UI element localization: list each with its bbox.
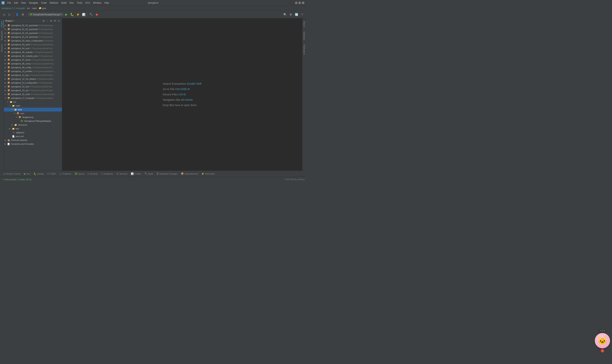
help-button[interactable]: ? [300,12,305,17]
menu-file[interactable]: File [6,1,12,5]
tab-build[interactable]: 🔨 Build [143,172,154,176]
profile-button[interactable]: 👤 [14,12,20,17]
tree-item-java[interactable]: ▼ 📂 java [4,108,62,111]
tree-item-5[interactable]: ▶ 📦 springboot_03_yaml D:\DingJiaxiong\I… [4,43,62,46]
search-button[interactable]: 🔍 [282,12,288,17]
tree-item-name-ext-libs: External Libraries [11,139,27,141]
database-side-tab[interactable]: Database [303,30,306,41]
tree-item-7[interactable]: ▶ 📦 springboot_05_mybatis D:\DingJiaxion… [4,50,62,54]
tree-item-8[interactable]: ▶ 📦 springboot_06_mybatis_plus D:\DingJi… [4,54,62,58]
tab-dependencies[interactable]: 📦 Dependencies [179,172,200,176]
tree-item-9[interactable]: ▶ 📦 springboot_07_druid D:\DingJiaxiong\… [4,58,62,62]
tree-item-13[interactable]: ▶ 📦 springboot_11_log D:\DingJiaxiong\Id… [4,73,62,77]
breadcrumb-item-1[interactable]: src [27,7,30,9]
back-button[interactable]: ◁ [1,12,6,17]
tree-item-18[interactable]: ▶ 📦 springboot_16_redis D:\DingJiaxiong\… [4,92,62,96]
menu-run[interactable]: Run [68,1,75,5]
settings-gear-button[interactable]: ⚙ [288,12,293,17]
tab-endpoints[interactable]: ⬡ Endpoints [99,172,115,176]
tab-profiler[interactable]: 📊 Profiler [129,172,143,176]
tree-item-path-15: D:\DingJiaxiong\ [39,82,53,84]
settings-button[interactable]: ⚙ [20,12,26,17]
tab-database-changes[interactable]: 🗄 Database Changes [155,172,179,176]
tab-run[interactable]: ▶ Run [22,172,32,176]
menu-help[interactable]: Help [103,1,110,5]
menu-navigate[interactable]: Navigate [28,1,39,5]
menu-tools[interactable]: Tools [76,1,83,5]
update-button[interactable]: 🔄 [294,12,299,17]
tab-services[interactable]: ⚙ Services [115,172,129,176]
structure-side-tab[interactable]: Structure [0,43,3,53]
tab-debug[interactable]: 🐛 Debug [32,172,45,176]
settings-tree-button[interactable]: ⚙ [53,19,57,23]
tree-item-name-18: springboot_16_redis [11,93,30,95]
tree-item-4[interactable]: ▶ 📦 springboot_02_base_configuration D:\… [4,39,62,43]
tree-item-0[interactable]: ▶ 📦 springboot_01_01_quickstart D:\DingJ… [4,24,62,27]
breadcrumb-item-2[interactable]: main [32,7,37,9]
notifications-side-tab[interactable]: Notifications [303,43,306,56]
tree-item-1[interactable]: ▶ 📦 springboot_01_02_quickstart D:\DingJ… [4,27,62,31]
menu-view[interactable]: View [20,1,27,5]
tree-item-scratches[interactable]: ▶ 📝 Scratches and Consoles [4,142,62,146]
tree-item-12[interactable]: ▶ 📦 springboot_10_profiles D:\DingJiaxio… [4,69,62,73]
tree-item-com[interactable]: ▼ 📦 com [4,111,62,115]
tree-item-main-class[interactable]: 🌿 Springboot17MongodbApplic... [4,119,62,123]
close-tree-button[interactable]: ✕ [57,19,60,23]
tree-item-dingjiaxiong[interactable]: ▼ 📦 dingjiaxiong [4,115,62,119]
tree-item-main[interactable]: ▼ 📁 main [4,104,62,108]
tree-dropdown-arrow[interactable]: ▾ [13,20,14,22]
tab-problems[interactable]: ⚠ Problems [58,172,72,176]
tab-terminal[interactable]: ▸ Terminal [86,172,99,176]
forward-button[interactable]: ▷ [7,12,12,17]
tree-item-gitignore[interactable]: ⌥ .gitignore [4,130,62,134]
tree-item-name-3: springboot_01_04_quickstart [11,36,38,38]
close-button[interactable]: ✕ [302,1,305,4]
menu-vcs[interactable]: VCS [84,1,91,5]
expand-all-button[interactable]: ↕ [45,19,49,23]
tab-version-control[interactable]: ⎇ Version Control [1,172,22,176]
tree-item-10[interactable]: ▶ 📦 springboot_08_ssmp D:\DingJiaxiong\I… [4,62,62,65]
tree-item-6[interactable]: ▶ 📦 springboot_04_junit D:\DingJiaxiong\… [4,46,62,50]
tree-item-11[interactable]: ▶ 📦 springboot_09_config D:\DingJiaxiong… [4,65,62,69]
breadcrumb-item-0[interactable]: springboot_17_mongodb [1,7,25,9]
build-button[interactable]: 🔨 [88,12,94,17]
tree-item-17[interactable]: ▶ 📦 springboot_15_sql D:\DingJiaxiong\Id… [4,89,62,92]
menu-refactor[interactable]: Refactor [49,1,59,5]
menu-window[interactable]: Window [92,1,103,5]
tree-item-15[interactable]: ▶ 📦 springboot_13_configuration D:\DingJ… [4,81,62,85]
project-side-tab[interactable]: Project [0,20,4,28]
tab-todo[interactable]: ☑ TODO [45,172,58,176]
module-icon-2: 📦 [7,32,10,35]
profile-run-button[interactable]: 📊 [81,12,86,17]
stop-button[interactable]: ⏹ [94,12,99,17]
tree-item-14[interactable]: ▶ 📦 springboot_12_hot_deploy D:\DingJiax… [4,77,62,81]
maximize-button[interactable]: □ [298,1,301,4]
menu-edit[interactable]: Edit [13,1,19,5]
bookmarks-side-tab[interactable]: Bookmarks [0,30,3,41]
run-config-selector[interactable]: 🌿 StringRedisTemplateTest.get ▾ [28,13,63,16]
maven-side-tab[interactable]: Maven [303,20,306,29]
tree-item-src[interactable]: ▼ 📁 src [4,100,62,104]
tree-item-2[interactable]: ▶ 📦 springboot_01_03_quickstart D:\DingJ… [4,31,62,35]
scroll-from-source-button[interactable]: ⊕ [49,19,53,23]
run-with-coverage-button[interactable]: ⚡ [75,12,80,17]
hint-nav-bar-shortcut: Alt+Home [181,98,193,101]
tree-item-19[interactable]: ▼ 📦 springboot_17_mongodb D:\DingJiaxion… [4,96,62,100]
tree-item-path-7: D:\DingJiaxiong\IdeaP... [34,51,54,53]
tree-item-resources[interactable]: ▶ 📁 resources [4,123,62,127]
tree-item-pom[interactable]: 📄 pom.xml [4,134,62,138]
tree-item-3[interactable]: ▶ 📦 springboot_01_04_quickstart D:\DingJ… [4,35,62,39]
tree-item-test[interactable]: ▶ 📁 test [4,127,62,130]
tree-item-path-11: D:\DingJiaxiong\IdeaPro... [32,66,54,69]
debug-button[interactable]: 🐛 [69,12,75,17]
tab-spring[interactable]: 🌿 Spring [73,172,86,176]
tab-auto-build[interactable]: ⚡ Auto-build [200,172,216,176]
run-button[interactable]: ▶ [64,12,69,17]
minimize-button[interactable]: ─ [295,1,298,4]
module-icon-17: 📦 [7,89,10,92]
tree-item-ext-libs[interactable]: ▶ 📚 External Libraries [4,138,62,142]
menu-code[interactable]: Code [40,1,48,5]
collapse-all-button[interactable]: ⊟ [42,19,45,23]
tree-item-16[interactable]: ▶ 📦 springboot_14_test D:\DingJiaxiong\I… [4,85,62,89]
menu-build[interactable]: Build [60,1,68,5]
